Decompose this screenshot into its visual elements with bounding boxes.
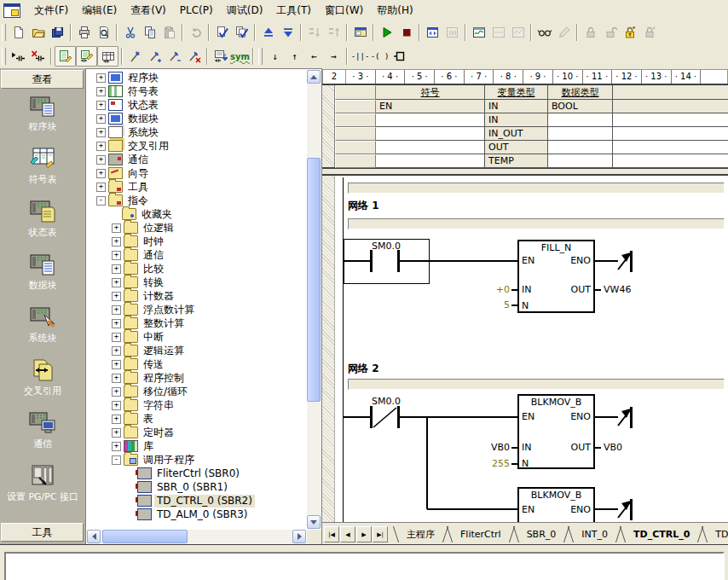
expand-icon[interactable]: + [112,237,121,246]
expand-icon[interactable] [127,497,135,505]
tree-item-subroutine-flitterctrl[interactable]: FliterCtrl (SBR0) [88,467,306,480]
cell-comment[interactable] [613,141,728,154]
cell-var-type[interactable]: TEMP [485,154,548,168]
cell-comment[interactable] [613,154,728,168]
symbolic-addressing-button[interactable]: sym [230,47,250,66]
tree-item-symbol-table[interactable]: +符号表 [88,84,306,98]
tab-next-button[interactable]: ▶ [356,526,372,542]
chart-status-button[interactable] [469,23,488,42]
expand-icon[interactable]: + [112,401,121,410]
navbar-item-set-pg-pc-interface[interactable]: 设置 PG/PC 接口 [0,462,85,515]
menu-file[interactable]: 文件(F) [27,1,75,20]
compile-button[interactable] [212,23,232,42]
menu-debug[interactable]: 调试(D) [220,1,270,20]
n-operand[interactable]: 5 [477,299,510,310]
view-symbol-addressing-button[interactable] [76,46,97,67]
expand-icon[interactable] [127,470,135,478]
tree-item-subroutine-tdalm0[interactable]: TD_ALM_0 (SBR3) [88,508,306,521]
in-operand[interactable]: +0 [477,284,510,295]
expand-icon[interactable] [127,511,135,519]
unlock-button[interactable] [600,23,620,42]
line-left-button[interactable]: ← [304,47,324,66]
expand-icon[interactable]: + [112,319,121,328]
sort-ascending-button[interactable] [304,23,324,42]
expand-icon[interactable]: + [96,87,106,96]
pane-splitter[interactable] [322,169,728,176]
line-right-button[interactable]: → [324,47,344,66]
view-symbol-table-button[interactable] [97,46,118,67]
network-2-comment-bar[interactable] [348,379,725,390]
navbar-item-system-block[interactable]: 系统块 [0,304,85,357]
expand-icon[interactable] [127,484,135,491]
cell-data-type[interactable]: BOOL [548,100,613,113]
tree-item-data-block[interactable]: +数据块 [88,112,306,125]
tree-item-float-math[interactable]: +浮点数计算 [88,303,306,316]
line-down-button[interactable]: ↓ [265,47,285,66]
run-button[interactable] [377,23,396,42]
tree-item-subroutine-tdctrl0[interactable]: TD_CTRL_0 (SBR2) [88,494,306,508]
tree-item-bit-logic[interactable]: +位逻辑 [88,221,306,235]
new-file-button[interactable] [9,23,28,42]
pause-program-status-button[interactable] [442,23,462,42]
insert-contact-button[interactable]: -||- [350,47,370,66]
cell-comment[interactable] [613,100,728,113]
tab-tdalm0[interactable]: TD_ALM_0 [702,526,728,542]
navbar-view-header[interactable]: 查看 [1,70,84,89]
in-operand[interactable]: VB0 [477,442,510,453]
expand-icon[interactable]: + [96,128,106,137]
tree-item-program-block[interactable]: +程序块 [88,71,306,84]
navbar-tools-footer[interactable]: 工具 [1,523,84,542]
password-protect-button[interactable] [620,23,639,42]
menu-edit[interactable]: 编辑(E) [75,1,124,20]
download-button[interactable] [278,23,298,42]
cell-data-type[interactable] [548,154,613,168]
navbar-item-symbol-table[interactable]: 符号表 [0,145,85,198]
tab-flitterctrl[interactable]: FliterCtrl [448,526,514,542]
cell-data-type[interactable] [548,141,613,154]
cell-var-type[interactable]: IN [485,113,548,127]
open-project-button[interactable] [28,23,48,42]
row-header[interactable] [335,141,376,154]
menu-window[interactable]: 窗口(W) [318,1,370,20]
tree-item-tools[interactable]: +工具 [88,180,306,194]
cell-var-type[interactable]: OUT [485,141,548,154]
view-readonly-glasses-button[interactable] [534,23,554,42]
expand-icon[interactable]: + [96,114,106,124]
insert-coil-button[interactable]: -( ) [370,47,390,66]
lock-button[interactable] [581,23,600,42]
menu-tools[interactable]: 工具(T) [269,1,318,20]
bookmark-next-button[interactable] [145,47,165,66]
scrollbar-thumb[interactable] [307,158,321,402]
out-operand[interactable]: VW46 [604,284,631,295]
fill-n-box[interactable]: FILL_N EN ENO IN OUT N [517,240,595,313]
row-header[interactable] [335,100,376,113]
tree-item-convert[interactable]: +转换 [88,276,306,289]
cell-comment[interactable] [613,127,728,141]
scroll-up-button[interactable] [307,70,321,84]
insert-network-button[interactable] [9,47,28,66]
bookmark-clear-button[interactable] [184,47,204,66]
expand-icon[interactable]: + [112,292,121,301]
expand-icon[interactable]: + [112,346,121,356]
expand-icon[interactable]: + [96,155,106,165]
toolbar-grip[interactable] [2,24,6,41]
cell-comment[interactable] [613,113,728,127]
tree-item-interrupt[interactable]: +中断 [88,330,306,344]
tree-horizontal-scrollbar[interactable] [87,530,306,544]
navbar-item-cross-reference[interactable]: 交叉引用 [0,357,85,409]
program-status-button[interactable] [423,23,442,42]
scrollbar-thumb[interactable] [102,530,188,543]
print-button[interactable] [74,23,94,42]
chart-status-stop-button[interactable] [508,23,528,42]
expand-icon[interactable]: + [96,101,106,110]
toolbar-grip[interactable] [258,48,263,65]
expand-icon[interactable]: + [112,251,121,260]
paste-button[interactable] [159,23,179,42]
menu-plc[interactable]: PLC(P) [173,2,220,19]
tree-item-program-control[interactable]: +程序控制 [88,371,306,385]
tree-item-libraries[interactable]: +库 [88,439,306,453]
options-button[interactable] [350,23,370,42]
tree-item-table[interactable]: +表 [88,412,306,426]
tree-item-communication[interactable]: +通信 [88,153,306,166]
navbar-item-status-chart[interactable]: 状态表 [0,198,85,251]
